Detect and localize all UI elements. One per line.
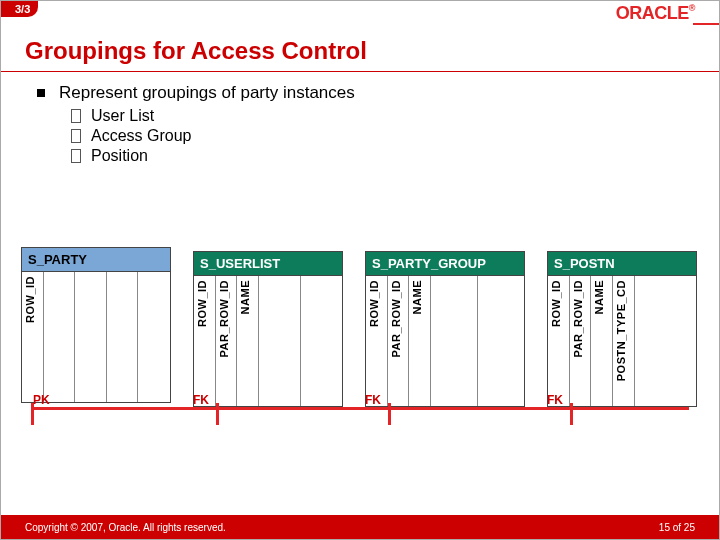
col-label: ROW_ID <box>196 280 208 327</box>
col: ROW_ID <box>548 276 570 406</box>
fk-label: FK <box>547 393 563 407</box>
col <box>138 272 170 402</box>
col <box>301 276 342 406</box>
topbar: 3/3 ORACLE® <box>1 1 719 21</box>
sub-bullet: Position <box>71 147 355 165</box>
slide-counter-tab: 3/3 <box>1 1 38 17</box>
table-header: S_USERLIST <box>194 252 342 276</box>
col-label: PAR_ROW_ID <box>572 280 584 358</box>
col: PAR_ROW_ID <box>388 276 410 406</box>
col: ROW_ID <box>366 276 388 406</box>
sub-bullet-label: Access Group <box>91 127 191 145</box>
logo-text: ORACLE <box>616 3 689 23</box>
col: ROW_ID <box>22 272 44 402</box>
col-label: POSTN_TYPE_CD <box>615 280 627 381</box>
col: POSTN_TYPE_CD <box>613 276 635 406</box>
page-title: Groupings for Access Control <box>25 37 367 65</box>
col: ROW_ID <box>194 276 216 406</box>
col-label: ROW_ID <box>550 280 562 327</box>
sub-bullet: User List <box>71 107 355 125</box>
fk-label: FK <box>193 393 209 407</box>
table-header: S_PARTY <box>22 248 170 272</box>
sub-bullet-label: User List <box>91 107 154 125</box>
title-underline <box>1 71 719 72</box>
col: NAME <box>591 276 613 406</box>
bullet-box-icon <box>71 109 81 123</box>
col: NAME <box>409 276 431 406</box>
fk-connector-v <box>216 403 219 425</box>
bullet-box-icon <box>71 129 81 143</box>
col <box>259 276 300 406</box>
col <box>635 276 696 406</box>
col-label: PAR_ROW_ID <box>218 280 230 358</box>
col <box>44 272 76 402</box>
fk-connector-v <box>570 403 573 425</box>
col-label: NAME <box>239 280 251 314</box>
col <box>75 272 107 402</box>
table-s-party-group: S_PARTY_GROUP ROW_ID PAR_ROW_ID NAME <box>365 251 525 407</box>
accent-line <box>693 23 719 25</box>
fk-connector-line <box>31 407 689 410</box>
slide: 3/3 ORACLE® Groupings for Access Control… <box>0 0 720 540</box>
col: NAME <box>237 276 259 406</box>
tables-area: S_PARTY ROW_ID S_USERLIST ROW_ID PAR_ROW… <box>21 247 699 417</box>
table-header: S_POSTN <box>548 252 696 276</box>
col-label: NAME <box>411 280 423 314</box>
col-label: PAR_ROW_ID <box>390 280 402 358</box>
fk-connector-v <box>388 403 391 425</box>
page-number: 15 of 25 <box>659 522 695 533</box>
col: PAR_ROW_ID <box>570 276 592 406</box>
col <box>431 276 477 406</box>
pk-label: PK <box>33 393 50 407</box>
bullet-list: Represent groupings of party instances U… <box>37 83 355 167</box>
sub-bullet: Access Group <box>71 127 355 145</box>
col-label: ROW_ID <box>24 276 36 323</box>
footer: Copyright © 2007, Oracle. All rights res… <box>1 515 719 539</box>
bullet-main: Represent groupings of party instances <box>37 83 355 103</box>
table-s-party: S_PARTY ROW_ID <box>21 247 171 403</box>
table-s-postn: S_POSTN ROW_ID PAR_ROW_ID NAME POSTN_TYP… <box>547 251 697 407</box>
col: PAR_ROW_ID <box>216 276 238 406</box>
oracle-logo: ORACLE® <box>616 3 695 24</box>
col <box>478 276 524 406</box>
sub-bullet-label: Position <box>91 147 148 165</box>
fk-label: FK <box>365 393 381 407</box>
col-label: NAME <box>593 280 605 314</box>
bullet-box-icon <box>71 149 81 163</box>
copyright: Copyright © 2007, Oracle. All rights res… <box>25 522 226 533</box>
table-s-userlist: S_USERLIST ROW_ID PAR_ROW_ID NAME <box>193 251 343 407</box>
col <box>107 272 139 402</box>
logo-reg: ® <box>689 3 695 13</box>
table-header: S_PARTY_GROUP <box>366 252 524 276</box>
col-label: ROW_ID <box>368 280 380 327</box>
